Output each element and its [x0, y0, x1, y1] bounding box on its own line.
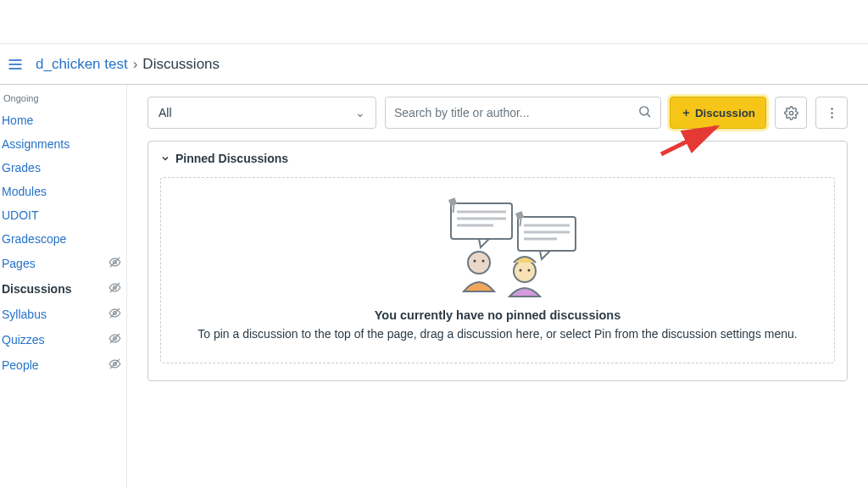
svg-point-36 [514, 260, 536, 282]
pinned-dropzone[interactable]: You currently have no pinned discussions… [160, 177, 835, 363]
sidebar-item-people[interactable]: People [0, 352, 126, 378]
gear-icon [784, 106, 798, 120]
svg-marker-27 [540, 251, 550, 259]
chevron-down-icon: ⌄ [355, 106, 365, 119]
breadcrumb-current: Discussions [142, 56, 220, 73]
svg-point-15 [789, 111, 793, 114]
sidebar-item-discussions[interactable]: Discussions [0, 276, 126, 302]
search-field[interactable] [385, 97, 661, 129]
svg-rect-26 [518, 217, 576, 251]
sidebar-item-grades[interactable]: Grades [0, 156, 126, 180]
sidebar-item-home[interactable]: Home [0, 108, 126, 132]
settings-button[interactable] [775, 97, 807, 129]
sidebar-item-quizzes[interactable]: Quizzes [0, 327, 126, 352]
svg-point-35 [482, 260, 485, 263]
chevron-right-icon: › [133, 56, 138, 73]
empty-state-subtitle: To pin a discussion to the top of the pa… [178, 327, 817, 341]
empty-illustration [178, 197, 817, 298]
hamburger-menu-button[interactable] [3, 53, 27, 76]
kebab-icon [825, 106, 839, 120]
svg-point-13 [640, 107, 648, 115]
sidebar-item-gradescope[interactable]: Gradescope [0, 227, 126, 251]
hidden-icon [108, 256, 121, 271]
sidebar-item-modules[interactable]: Modules [0, 180, 126, 203]
svg-point-16 [831, 108, 833, 110]
pinned-discussions-panel: Pinned Discussions [147, 141, 848, 381]
toolbar: All ⌄ ＋ Discussion [147, 97, 848, 129]
chevron-down-icon [160, 153, 170, 164]
hidden-icon [108, 307, 121, 322]
empty-state-title: You currently have no pinned discussions [178, 308, 817, 322]
svg-point-38 [528, 269, 531, 272]
sidebar-item-syllabus[interactable]: Syllabus [0, 302, 126, 327]
svg-point-33 [468, 252, 490, 274]
search-icon [637, 104, 652, 121]
sidebar-item-pages[interactable]: Pages [0, 251, 126, 276]
filter-value: All [159, 106, 172, 119]
svg-point-34 [474, 260, 476, 263]
course-nav: Ongoing Home Assignments Grades Modules … [0, 85, 127, 488]
sidebar-item-udoit[interactable]: UDOIT [0, 203, 126, 227]
svg-point-17 [831, 112, 833, 114]
breadcrumb-course-link[interactable]: d_chicken test [36, 56, 128, 73]
sidebar-heading: Ongoing [0, 92, 126, 108]
add-discussion-label: Discussion [695, 107, 755, 119]
svg-rect-19 [451, 203, 512, 239]
add-discussion-button[interactable]: ＋ Discussion [670, 97, 766, 129]
svg-point-18 [831, 116, 833, 119]
hidden-icon [108, 281, 121, 297]
hidden-icon [108, 358, 121, 373]
hidden-icon [108, 332, 121, 347]
panel-title: Pinned Discussions [175, 152, 288, 165]
more-options-button[interactable] [815, 97, 848, 129]
sidebar-item-assignments[interactable]: Assignments [0, 132, 126, 156]
search-input[interactable] [394, 106, 632, 119]
svg-point-37 [520, 269, 522, 272]
breadcrumb: d_chicken test › Discussions [36, 56, 220, 73]
svg-line-14 [648, 114, 650, 117]
panel-toggle[interactable]: Pinned Discussions [160, 152, 835, 165]
filter-select[interactable]: All ⌄ [147, 97, 376, 129]
svg-marker-20 [479, 239, 489, 247]
plus-icon: ＋ [681, 105, 692, 120]
